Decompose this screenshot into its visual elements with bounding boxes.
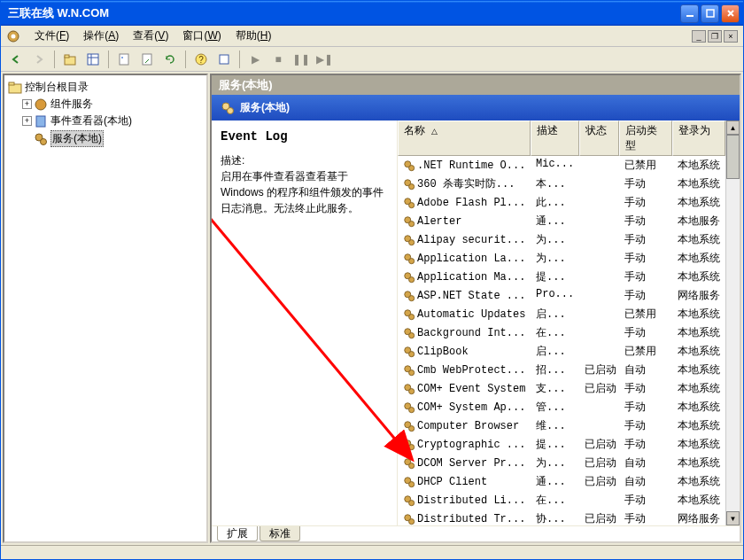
child-minimize-button[interactable]: _ [692,30,706,43]
service-name: Cryptographic ... [417,439,525,451]
scroll-up-icon[interactable]: ▲ [726,121,740,135]
svg-point-36 [409,276,415,282]
restart-button: ▶❚ [314,50,334,69]
scroll-down-icon[interactable]: ▼ [726,511,740,525]
svg-point-20 [41,138,47,144]
service-logon: 网络服务 [672,510,725,525]
up-button[interactable] [60,50,80,69]
list-row[interactable]: Adobe Flash Pl...此...手动本地系统 [398,193,725,212]
tree-components[interactable]: +组件服务 [8,96,203,113]
svg-point-48 [409,388,415,393]
svg-point-32 [409,239,415,245]
service-desc: 本... [531,175,579,192]
service-name: Alipay securit... [417,234,525,246]
list-row[interactable]: Computer Browser维...手动本地系统 [398,416,725,435]
svg-point-40 [409,314,415,319]
menu-help[interactable]: 帮助(H) [229,27,279,45]
service-logon: 本地系统 [672,380,725,397]
column-description[interactable]: 描述 [531,121,579,156]
child-restore-button[interactable]: ❐ [708,30,722,43]
service-startup: 手动 [619,175,672,192]
list-row[interactable]: Alipay securit...为...手动本地系统 [398,230,725,249]
svg-point-58 [409,481,415,486]
component-icon [34,97,48,112]
close-button[interactable] [721,4,740,23]
maximize-button[interactable] [701,4,719,23]
back-button[interactable] [6,50,26,69]
tree-pane[interactable]: 控制台根目录 +组件服务 +事件查看器(本地) 服务(本地) [3,74,208,543]
expand-icon[interactable]: + [22,99,32,109]
tab-standard[interactable]: 标准 [260,526,300,541]
list-row[interactable]: ClipBook启...已禁用本地系统 [398,342,725,361]
service-status [579,287,619,304]
column-name[interactable]: 名称 △ [398,121,531,156]
forward-button [29,50,49,69]
service-startup: 手动 [619,213,672,229]
scroll-thumb[interactable] [726,135,740,179]
list-row[interactable]: 360 杀毒实时防...本...手动本地系统 [398,175,725,193]
svg-point-10 [121,57,123,58]
expand-icon[interactable]: + [22,116,32,126]
service-status [579,157,619,174]
vertical-scrollbar[interactable]: ▲ ▼ [725,121,740,525]
column-logon[interactable]: 登录为 [672,121,725,156]
service-icon [403,308,415,321]
tab-extended[interactable]: 扩展 [217,526,258,541]
service-icon [403,327,415,339]
svg-point-38 [409,295,415,300]
list-row[interactable]: Automatic Updates启...已禁用本地系统 [398,305,725,323]
service-name: Computer Browser [417,420,519,432]
service-logon: 本地系统 [672,436,725,453]
list-row[interactable]: Cmb WebProtect...招...已启动自动本地系统 [398,361,725,379]
service-name: ASP.NET State ... [417,290,525,302]
export-button[interactable] [137,50,157,69]
service-startup: 已禁用 [619,306,672,323]
properties-button[interactable] [114,50,134,69]
list-row[interactable]: .NET Runtime O...Mic...已禁用本地系统 [398,156,725,175]
service-logon: 本地系统 [672,343,725,360]
list-row[interactable]: COM+ System Ap...管...手动本地系统 [398,398,725,416]
service-name: Distributed Tr... [417,513,525,525]
svg-point-24 [409,165,415,170]
menu-window[interactable]: 窗口(W) [175,27,228,45]
refresh-button[interactable] [160,50,180,69]
tree-event-viewer[interactable]: +事件查看器(本地) [8,113,203,129]
view-button[interactable] [83,50,103,69]
child-close-button[interactable]: × [724,30,738,43]
services-list[interactable]: 名称 △ 描述 状态 启动类型 登录为 .NET Runtime O...Mic… [398,121,725,525]
svg-rect-1 [707,10,714,17]
service-name: Background Int... [417,327,525,339]
svg-point-60 [409,500,415,505]
menu-action[interactable]: 操作(A) [76,27,126,45]
service-desc: 通... [531,473,579,490]
svg-point-54 [409,444,415,449]
list-row[interactable]: ASP.NET State ...Pro...手动网络服务 [398,286,725,305]
list-row[interactable]: Distributed Tr...协...已启动手动网络服务 [398,509,725,525]
menu-file[interactable]: 文件(F) [27,27,76,45]
list-row[interactable]: Distributed Li...在...手动本地系统 [398,491,725,509]
service-icon [403,457,415,470]
content-header: 服务(本地) [212,75,740,95]
service-logon: 本地系统 [672,399,725,416]
list-row[interactable]: Alerter通...手动本地服务 [398,212,725,230]
list-row[interactable]: Application Ma...提...手动本地系统 [398,268,725,286]
minimize-button[interactable] [680,4,699,23]
list-row[interactable]: Background Int...在...手动本地系统 [398,323,725,342]
list-row[interactable]: DHCP Client通...已启动自动本地系统 [398,472,725,491]
list-row[interactable]: COM+ Event System支...已启动手动本地系统 [398,379,725,398]
tree-services[interactable]: 服务(本地) [8,129,203,148]
service-desc: Mic... [531,157,579,174]
list-header: 名称 △ 描述 状态 启动类型 登录为 [398,121,725,156]
help-button[interactable]: ? [191,50,211,69]
service-startup: 手动 [619,268,672,285]
column-startup[interactable]: 启动类型 [619,121,672,156]
column-status[interactable]: 状态 [579,121,619,156]
tree-root[interactable]: 控制台根目录 [8,79,203,96]
settings-button[interactable] [214,50,234,69]
service-name: Application Ma... [417,271,525,284]
list-row[interactable]: Application La...为...手动本地系统 [398,249,725,268]
service-status [579,213,619,229]
list-row[interactable]: Cryptographic ...提...已启动手动本地系统 [398,435,725,454]
menu-view[interactable]: 查看(V) [126,27,175,45]
list-row[interactable]: DCOM Server Pr...为...已启动自动本地系统 [398,454,725,472]
